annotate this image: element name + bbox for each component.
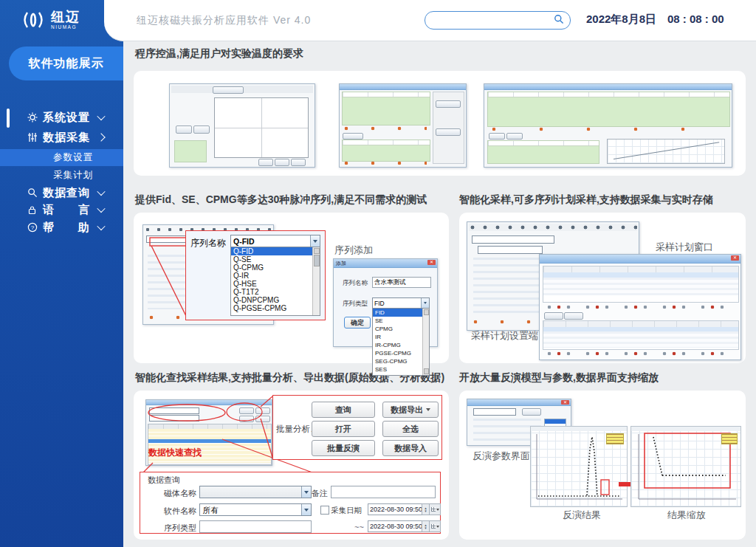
list-item[interactable]: CPMG bbox=[373, 325, 429, 333]
dialog-name-input[interactable]: 含水率测试 bbox=[372, 277, 431, 288]
button-label: 数据导出 bbox=[391, 405, 423, 416]
thumb-green-table bbox=[487, 140, 599, 164]
sidebar-banner-software-features[interactable]: 软件功能展示 bbox=[9, 47, 123, 80]
scrollbar[interactable] bbox=[312, 247, 320, 315]
list-item[interactable]: IR-CPMG bbox=[373, 341, 429, 349]
list-item[interactable]: Q-SE bbox=[231, 255, 320, 264]
logo-text: 纽迈 NIUMAG bbox=[51, 10, 80, 30]
acquisition-date-label: 采集日期 bbox=[331, 506, 362, 516]
caption-sequence-add: 序列添加 bbox=[334, 244, 373, 257]
card-pulse-sequences: 序列名称 Q-FID Q-FID Q-SE Q-CPMG Q-IR Q-HSE … bbox=[134, 213, 449, 363]
dialog-ok-button[interactable]: 确定 bbox=[344, 317, 371, 328]
calendar-icon bbox=[431, 524, 436, 529]
dots-row bbox=[344, 161, 427, 166]
sidebar: 纽迈 NIUMAG 软件功能展示 系统设置 数据采集 参数设置 采集计划 bbox=[0, 0, 123, 547]
combo-arrow-button[interactable] bbox=[310, 235, 320, 247]
scroll-up-button[interactable] bbox=[424, 309, 429, 315]
sidebar-subitem-parameter-settings[interactable]: 参数设置 bbox=[0, 149, 123, 166]
sequence-type-input[interactable] bbox=[199, 520, 312, 533]
thumb-field bbox=[149, 407, 199, 414]
calendar-icon bbox=[431, 507, 436, 512]
thumb-combo bbox=[472, 235, 554, 244]
software-name-combo[interactable]: 所有 bbox=[199, 503, 312, 516]
thumb-titlebar bbox=[146, 400, 272, 405]
sidebar-subitem-acquisition-plan[interactable]: 采集计划 bbox=[0, 167, 123, 183]
list-item[interactable]: Q-FID bbox=[231, 247, 320, 255]
sidebar-item-language[interactable]: 语 言 bbox=[0, 201, 123, 219]
close-icon[interactable]: ✕ bbox=[427, 260, 436, 265]
date-from-calendar-button[interactable] bbox=[429, 503, 441, 515]
thumb-chip bbox=[193, 125, 210, 134]
thumb-chip bbox=[522, 408, 541, 416]
quick-find-label: 数据快速查找 bbox=[148, 447, 202, 459]
scroll-down-button[interactable] bbox=[424, 368, 429, 374]
thumb-chip bbox=[213, 86, 244, 94]
scroll-up-button[interactable] bbox=[314, 248, 320, 254]
query-button[interactable]: 查询 bbox=[312, 402, 375, 418]
search-icon[interactable] bbox=[554, 14, 564, 27]
list-item[interactable]: PGSE-CPMG bbox=[373, 349, 429, 357]
triangle-down-icon bbox=[436, 509, 439, 511]
thumb-line-chart bbox=[607, 139, 725, 164]
sequence-options-list[interactable]: Q-FID Q-SE Q-CPMG Q-IR Q-HSE Q-T1T2 Q-DN… bbox=[230, 247, 320, 316]
scroll-thumb[interactable] bbox=[314, 255, 320, 266]
app-window: 纽迈 NIUMAG 软件功能展示 系统设置 数据采集 参数设置 采集计划 bbox=[0, 0, 756, 547]
data-import-button[interactable]: 数据导入 bbox=[382, 440, 439, 456]
thumb-chip bbox=[176, 125, 192, 134]
sequence-type-label: 序列类型 bbox=[164, 523, 196, 534]
list-item[interactable]: Q-DNPCPMG bbox=[231, 296, 320, 304]
note-input[interactable] bbox=[331, 486, 436, 498]
help-icon: ? bbox=[27, 222, 38, 233]
list-item[interactable]: IR bbox=[373, 333, 429, 341]
thumb-chip bbox=[343, 133, 363, 140]
magnet-name-combo[interactable] bbox=[199, 486, 312, 498]
date-to-calendar-button[interactable] bbox=[429, 520, 441, 532]
sequence-name-combo[interactable]: Q-FID bbox=[230, 235, 320, 247]
section-title-pulse-sequences: 提供Fid、SE、CPMG等多达30种脉冲序列,满足不同需求的测试 bbox=[135, 193, 427, 207]
sidebar-item-help[interactable]: ? 帮 助 bbox=[0, 219, 123, 236]
dots-row bbox=[492, 127, 724, 132]
list-item[interactable]: Q-IR bbox=[231, 272, 320, 280]
list-item[interactable]: Q-T1T2 bbox=[231, 288, 320, 296]
thumb-green-panel bbox=[174, 140, 207, 162]
dialog-type-label: 序列类型 bbox=[343, 300, 368, 309]
table-header bbox=[488, 141, 599, 146]
dialog-type-combo[interactable]: FID bbox=[372, 297, 430, 309]
open-button[interactable]: 打开 bbox=[312, 421, 375, 437]
sidebar-item-data-query[interactable]: 数据查询 bbox=[0, 184, 123, 202]
scrollbar[interactable] bbox=[422, 309, 429, 375]
query-group-label: 数据查询 bbox=[148, 475, 180, 486]
add-sequence-dialog: 添加 ✕ 序列名称 含水率测试 序列类型 FID 确定 FID SE CPMG … bbox=[333, 258, 438, 347]
combo-arrow-button[interactable] bbox=[421, 298, 429, 308]
thumb-selected-item bbox=[545, 419, 566, 424]
sequence-dropdown-callout: 序列名称 Q-FID Q-FID Q-SE Q-CPMG Q-IR Q-HSE … bbox=[185, 230, 326, 320]
caption-inversion-params: 反演参数界面 bbox=[472, 450, 530, 463]
thumb-chip bbox=[258, 159, 273, 166]
list-item[interactable]: SEG-CPMG bbox=[373, 357, 429, 365]
acquisition-date-checkbox[interactable] bbox=[320, 506, 329, 515]
tab-chip bbox=[544, 312, 563, 320]
data-export-button[interactable]: 数据导出 bbox=[382, 402, 439, 418]
combo-arrow-button[interactable] bbox=[301, 504, 311, 515]
select-all-button[interactable]: 全选 bbox=[382, 421, 439, 437]
list-item[interactable]: Q-PGSE-CPMG bbox=[231, 304, 320, 312]
thumb-chip bbox=[291, 159, 306, 166]
combo-arrow-button[interactable] bbox=[301, 486, 311, 498]
sidebar-item-data-acquisition[interactable]: 数据采集 bbox=[0, 128, 123, 146]
list-item[interactable]: SES bbox=[373, 365, 429, 374]
thumb-plot bbox=[214, 97, 309, 158]
batch-invert-button[interactable]: 批量反演 bbox=[312, 440, 375, 456]
plan-table-bottom bbox=[543, 320, 739, 350]
chart-legend bbox=[721, 433, 738, 444]
search-input[interactable] bbox=[433, 15, 554, 27]
list-item[interactable]: FID bbox=[373, 309, 429, 317]
dialog-type-options-list[interactable]: FID SE CPMG IR IR-CPMG PGSE-CPMG SEG-CPM… bbox=[372, 308, 430, 376]
section-title-smart-sampling: 智能化采样,可多序列计划采样,支持数据采集与实时存储 bbox=[459, 193, 713, 207]
list-item[interactable]: Q-HSE bbox=[231, 280, 320, 288]
magnet-name-label: 磁体名称 bbox=[164, 488, 196, 499]
data-query-panel: 数据查询 磁体名称 备注 软件名称 所有 采集日期 2022-08-30 09:… bbox=[140, 472, 441, 534]
search-box[interactable] bbox=[425, 11, 571, 30]
sidebar-item-system-settings[interactable]: 系统设置 bbox=[0, 109, 123, 126]
list-item[interactable]: SE bbox=[373, 317, 429, 325]
list-item[interactable]: Q-CPMG bbox=[231, 264, 320, 272]
